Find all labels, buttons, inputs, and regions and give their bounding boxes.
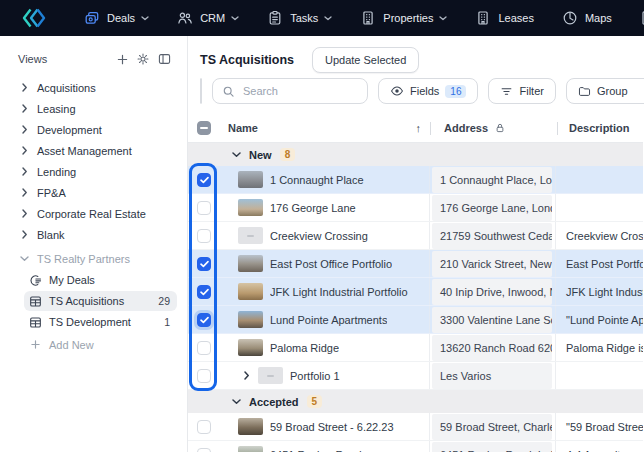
app-window: Deals CRM Tasks Properties Leases Maps xyxy=(0,0,644,452)
views-title: Views xyxy=(18,53,117,65)
search-box xyxy=(212,78,368,104)
nav-deals[interactable]: Deals xyxy=(70,10,163,26)
sidebar-item-ts-realty-partners[interactable]: TS Realty Partners xyxy=(0,248,187,269)
row-checkbox[interactable] xyxy=(197,341,211,355)
table-row[interactable]: Paloma Ridge 13620 Ranch Road 620 N… Pal… xyxy=(188,334,643,362)
workspace-label: TS Realty Partners xyxy=(37,253,130,265)
property-description: "Lund Pointe Apartments xyxy=(556,306,643,333)
row-checkbox[interactable] xyxy=(197,257,211,271)
row-checkbox[interactable] xyxy=(197,420,211,434)
top-nav: Deals CRM Tasks Properties Leases Maps xyxy=(0,0,644,36)
sidebar-item-my-deals[interactable]: My Deals xyxy=(24,270,177,290)
sidebar-item-label: Corporate Real Estate xyxy=(37,208,146,220)
nav-label: Properties xyxy=(383,12,433,24)
nav-crm[interactable]: CRM xyxy=(163,10,253,26)
search-input[interactable] xyxy=(241,84,358,98)
table-row[interactable]: JFK Light Industrial Portfolio 40 Inip D… xyxy=(188,278,643,306)
sidebar-item-label: TS Development xyxy=(49,316,131,328)
sidebar-item-asset-management[interactable]: Asset Management xyxy=(0,140,187,161)
table-row[interactable]: 1 Connaught Place 1 Connaught Place, Lon… xyxy=(188,166,643,194)
sidebar-item-blank[interactable]: Blank xyxy=(0,224,187,245)
select-all-checkbox[interactable] xyxy=(197,121,211,135)
group-header-new[interactable]: New 8 xyxy=(188,143,643,166)
update-selected-button[interactable]: Update Selected xyxy=(312,47,419,73)
nav-tasks[interactable]: Tasks xyxy=(253,10,346,26)
property-name: 6451 Rucker Road xyxy=(270,449,362,452)
folder-icon xyxy=(578,85,591,98)
property-description xyxy=(556,194,643,221)
nav-properties[interactable]: Properties xyxy=(346,10,461,26)
property-address: Les Varios xyxy=(432,363,552,389)
sidebar-item-ts-acquisitions[interactable]: TS Acquisitions 29 xyxy=(24,291,177,311)
nav-label: Leases xyxy=(498,12,533,24)
fields-button[interactable]: Fields 16 xyxy=(378,78,478,104)
collapse-panel-icon[interactable] xyxy=(158,53,171,65)
deals-icon xyxy=(84,10,100,26)
chevron-right-icon xyxy=(22,167,28,176)
nav-leases[interactable]: Leases xyxy=(461,10,547,26)
plus-icon[interactable] xyxy=(117,54,128,65)
row-checkbox[interactable] xyxy=(197,369,211,383)
sidebar-item-lending[interactable]: Lending xyxy=(0,161,187,182)
row-checkbox[interactable] xyxy=(197,285,211,299)
table-row[interactable]: 59 Broad Street - 6.22.23 59 Broad Stree… xyxy=(188,413,643,441)
view-toggle xyxy=(200,78,202,104)
fields-label: Fields xyxy=(410,85,439,97)
expand-row-icon[interactable] xyxy=(244,371,250,380)
row-checkbox[interactable] xyxy=(197,229,211,243)
table-row[interactable]: East Post Office Portfolio 210 Varick St… xyxy=(188,250,643,278)
filter-icon xyxy=(500,85,513,98)
sidebar-item-ts-development[interactable]: TS Development 1 xyxy=(24,312,177,332)
sidebar-item-development[interactable]: Development xyxy=(0,119,187,140)
add-new-view-button[interactable]: Add New xyxy=(0,334,187,355)
chevron-down-icon xyxy=(231,16,239,21)
table-row[interactable]: Portfolio 1 Les Varios xyxy=(188,362,643,390)
property-thumbnail xyxy=(238,171,263,188)
column-header-name[interactable]: Name xyxy=(228,122,258,134)
row-checkbox[interactable] xyxy=(197,201,211,215)
group-button[interactable]: Group xyxy=(566,78,644,104)
page-title: TS Acquisitions xyxy=(200,53,294,67)
column-header-address[interactable]: Address xyxy=(444,122,488,134)
property-thumbnail xyxy=(238,446,263,452)
sidebar-item-leasing[interactable]: Leasing xyxy=(0,98,187,119)
row-checkbox[interactable] xyxy=(197,173,211,187)
row-checkbox-focused[interactable] xyxy=(197,313,211,327)
property-name: East Post Office Portfolio xyxy=(270,258,392,270)
table-row[interactable]: Lund Pointe Apartments 3300 Valentine La… xyxy=(188,306,643,334)
property-description xyxy=(556,166,643,193)
property-address: 59 Broad Street, Charles… xyxy=(432,414,552,440)
item-count: 1 xyxy=(164,316,170,328)
chevron-down-icon xyxy=(232,152,241,158)
property-thumbnail xyxy=(238,283,263,300)
chevron-right-icon xyxy=(22,104,28,113)
deals-table: Name ↑ Address Description New 8 xyxy=(188,114,643,452)
property-address: 176 George Lane, Londo… xyxy=(432,195,552,221)
sidebar-item-acquisitions[interactable]: Acquisitions xyxy=(0,77,187,98)
settings-icon[interactable] xyxy=(137,53,149,65)
property-thumbnail xyxy=(238,199,263,216)
sidebar-item-fpa[interactable]: FP&A xyxy=(0,182,187,203)
table-view-button[interactable] xyxy=(201,79,202,103)
table-row[interactable]: 6451 Rucker Road 6451 Rucker Road, India… xyxy=(188,441,643,452)
group-header-accepted[interactable]: Accepted 5 xyxy=(188,390,643,413)
properties-icon xyxy=(360,10,376,26)
nav-reports[interactable]: Reports xyxy=(626,10,644,26)
chevron-down-icon xyxy=(20,256,29,262)
row-checkbox[interactable] xyxy=(197,448,211,452)
sidebar-item-label: Asset Management xyxy=(37,145,132,157)
column-header-description[interactable]: Description xyxy=(569,122,630,134)
property-thumbnail xyxy=(238,255,263,272)
group-count-badge: 5 xyxy=(307,395,323,408)
sidebar-item-corporate-real-estate[interactable]: Corporate Real Estate xyxy=(0,203,187,224)
table-row[interactable]: 176 George Lane 176 George Lane, Londo… xyxy=(188,194,643,222)
table-row[interactable]: Creekview Crossing 21759 Southwest Cedar… xyxy=(188,222,643,250)
nav-maps[interactable]: Maps xyxy=(548,10,626,26)
property-description: JFK Light Industrial xyxy=(556,278,643,305)
filter-button[interactable]: Filter xyxy=(488,78,555,104)
app-logo-icon[interactable] xyxy=(20,7,48,29)
property-address: 21759 Southwest Cedar … xyxy=(432,223,552,249)
nav-label: Tasks xyxy=(290,12,318,24)
sort-ascending-icon[interactable]: ↑ xyxy=(416,122,422,134)
property-address: 40 Inip Drive, Inwood, NY … xyxy=(432,279,552,305)
